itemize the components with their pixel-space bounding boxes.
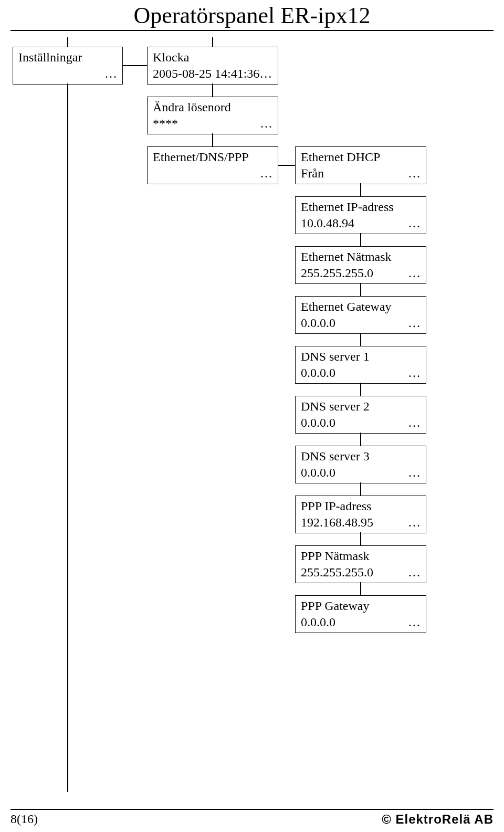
node-value: 0.0.0.0 xyxy=(301,415,335,431)
node-value: 0.0.0.0 xyxy=(301,365,335,381)
node-dns2: DNS server 2 0.0.0.0 … xyxy=(295,396,426,434)
node-label: Ethernet Gateway xyxy=(301,299,421,315)
connector xyxy=(212,83,213,97)
node-ppp-ip: PPP IP-adress 192.168.48.95 … xyxy=(295,496,426,533)
connector xyxy=(278,165,295,166)
node-andra-losenord: Ändra lösenord **** … xyxy=(147,97,278,134)
node-ethernet-ip: Ethernet IP-adress 10.0.48.94 … xyxy=(295,196,426,234)
connector xyxy=(360,333,361,346)
connector xyxy=(212,133,213,146)
ellipsis: … xyxy=(408,265,421,281)
connector xyxy=(360,433,361,446)
connector xyxy=(123,65,147,66)
connector xyxy=(67,83,68,792)
node-value: 255.255.255.0 xyxy=(301,265,373,281)
node-dns1: DNS server 1 0.0.0.0 … xyxy=(295,346,426,384)
ellipsis: … xyxy=(408,165,421,182)
node-label: Ethernet IP-adress xyxy=(301,199,421,215)
connector xyxy=(360,532,361,545)
copyright: © ElektroRelä AB xyxy=(382,812,494,827)
ellipsis: … xyxy=(408,564,421,581)
connector xyxy=(360,383,361,396)
ellipsis: … xyxy=(408,215,421,231)
node-value: 192.168.48.95 xyxy=(301,514,373,531)
ellipsis: … xyxy=(408,614,421,630)
node-label: Ethernet DHCP xyxy=(301,149,421,165)
title-underline xyxy=(10,30,494,31)
node-label: Ändra lösenord xyxy=(153,99,272,115)
page-footer: 8(16) © ElektroRelä AB xyxy=(10,809,494,827)
ellipsis: … xyxy=(408,514,421,531)
ellipsis: … xyxy=(260,165,272,182)
node-ethernet-dns-ppp: Ethernet/DNS/PPP … xyxy=(147,146,278,184)
ellipsis: … xyxy=(104,66,117,82)
node-label: PPP IP-adress xyxy=(301,498,421,514)
node-label: DNS server 1 xyxy=(301,349,421,365)
node-value: 2005-08-25 14:41:36… xyxy=(153,66,272,82)
node-ethernet-gateway: Ethernet Gateway 0.0.0.0 … xyxy=(295,296,426,334)
node-label: Klocka xyxy=(153,49,272,66)
ellipsis: … xyxy=(408,315,421,331)
node-ethernet-netmask: Ethernet Nätmask 255.255.255.0 … xyxy=(295,246,426,284)
node-installningar: Inställningar … xyxy=(13,47,123,85)
node-value: 255.255.255.0 xyxy=(301,564,373,581)
node-label: DNS server 2 xyxy=(301,398,421,415)
connector xyxy=(360,582,361,595)
connector xyxy=(67,37,68,47)
node-dns3: DNS server 3 0.0.0.0 … xyxy=(295,446,426,483)
ellipsis: … xyxy=(408,365,421,381)
node-label: Ethernet Nätmask xyxy=(301,249,421,265)
node-value: 0.0.0.0 xyxy=(301,465,335,481)
connector xyxy=(360,233,361,246)
node-label: Ethernet/DNS/PPP xyxy=(153,149,272,165)
node-ppp-gateway: PPP Gateway 0.0.0.0 … xyxy=(295,595,426,633)
node-label: PPP Nätmask xyxy=(301,548,421,564)
page-title: Operatörspanel ER-ipx12 xyxy=(0,0,504,29)
node-value: **** xyxy=(153,115,178,132)
node-label: PPP Gateway xyxy=(301,598,421,614)
node-value: 0.0.0.0 xyxy=(301,315,335,331)
node-value: Från xyxy=(301,165,324,182)
node-value: 0.0.0.0 xyxy=(301,614,335,630)
node-ethernet-dhcp: Ethernet DHCP Från … xyxy=(295,146,426,184)
ellipsis: … xyxy=(408,465,421,481)
connector xyxy=(360,482,361,496)
connector xyxy=(360,183,361,196)
page-number: 8(16) xyxy=(10,812,38,827)
node-klocka: Klocka 2005-08-25 14:41:36… xyxy=(147,47,278,85)
connector xyxy=(212,37,213,47)
node-label: Inställningar xyxy=(18,49,117,66)
node-ppp-netmask: PPP Nätmask 255.255.255.0 … xyxy=(295,545,426,583)
connector xyxy=(360,283,361,296)
ellipsis: … xyxy=(408,415,421,431)
node-value: 10.0.48.94 xyxy=(301,215,354,231)
ellipsis: … xyxy=(260,115,272,132)
node-label: DNS server 3 xyxy=(301,448,421,465)
